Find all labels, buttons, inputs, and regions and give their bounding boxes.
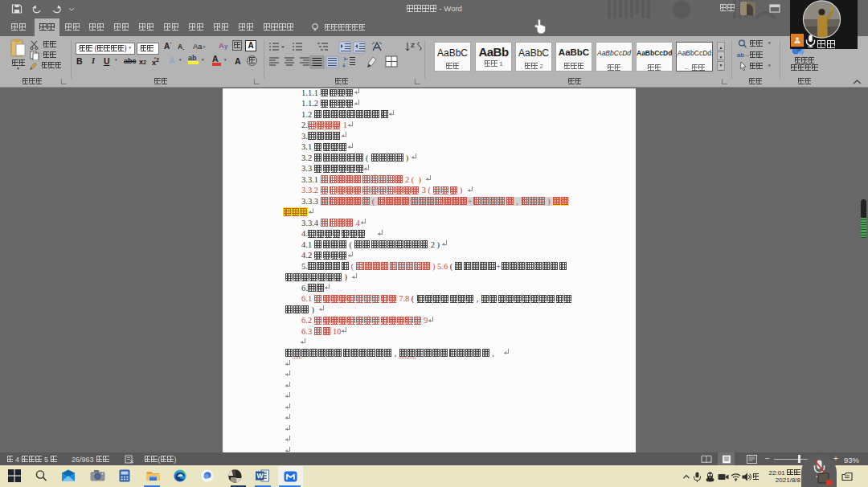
svg-text:Z: Z	[411, 42, 415, 49]
svg-text:W: W	[257, 472, 264, 480]
